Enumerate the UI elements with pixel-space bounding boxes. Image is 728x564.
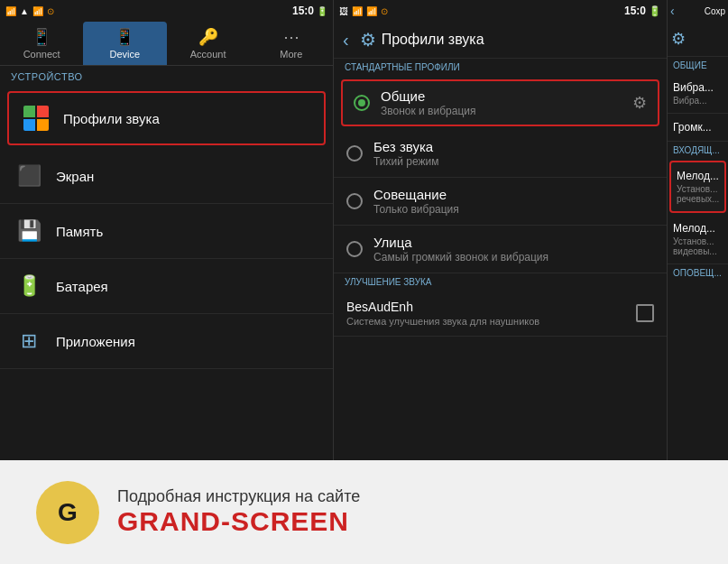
connect-icon: 📱 xyxy=(32,27,51,47)
p3-volume-name: Громк... xyxy=(673,121,723,134)
profile-meeting[interactable]: Совещание Только вибрация xyxy=(334,178,667,226)
tab-connect[interactable]: 📱 Connect xyxy=(0,22,83,65)
tab-account[interactable]: 🔑 Account xyxy=(167,22,250,65)
tab-device-label: Device xyxy=(110,49,141,60)
p3-general-label: ОБЩИЕ xyxy=(668,57,728,74)
p3-vibration-desc: Вибра... xyxy=(673,96,723,106)
profile-outdoor[interactable]: Улица Самый громкий звонок и вибрация xyxy=(334,226,667,273)
status-time-1: 15:0 xyxy=(292,5,314,17)
menu-sound-profiles[interactable]: Профили звука xyxy=(7,91,326,145)
data-icon: ⊙ xyxy=(47,6,54,16)
enhance-besaudenh-checkbox[interactable] xyxy=(636,304,654,322)
tab-more-label: More xyxy=(280,49,302,60)
radio-general xyxy=(354,95,370,111)
profile-outdoor-content: Улица Самый громкий звонок и вибрация xyxy=(373,235,654,264)
profile-general-gear-icon[interactable]: ⚙ xyxy=(632,93,647,113)
profile-silent[interactable]: Без звука Тихий режим xyxy=(334,130,667,178)
more-icon: ⋯ xyxy=(283,27,299,47)
p3-incoming-label: ВХОДЯЩ... xyxy=(668,142,728,159)
account-icon: 🔑 xyxy=(198,27,218,47)
tab-device[interactable]: 📱 Device xyxy=(83,22,166,65)
apps-icon: ⊞ xyxy=(13,325,45,357)
battery-menu-icon: 🔋 xyxy=(13,270,45,302)
profile-meeting-desc: Только вибрация xyxy=(373,203,654,216)
grand-logo-letter: G xyxy=(58,498,78,527)
p3-melody1-name: Мелод... xyxy=(677,170,719,182)
status-time-2: 15:0 xyxy=(624,5,646,17)
status-bar-2: 🖼 📶 📶 ⊙ 15:0 🔋 xyxy=(334,0,667,22)
p3-vibration-name: Вибра... xyxy=(673,81,723,94)
p3-gear-icon: ⚙ xyxy=(671,29,686,49)
sound-profiles-label: Профили звука xyxy=(63,111,160,126)
enhance-section-label: УЛУЧШЕНИЕ ЗВУКА xyxy=(334,273,667,291)
panel-sound-profiles: 🖼 📶 📶 ⊙ 15:0 🔋 ‹ ⚙ Профили звука СТАНДАР… xyxy=(334,0,668,460)
p3-vibration[interactable]: Вибра... Вибра... xyxy=(668,74,728,114)
profile-general-name: Общие xyxy=(381,88,632,104)
p2-wifi2-icon: 📶 xyxy=(366,6,377,16)
enhance-besaudenh-desc: Система улучшения звука для наушников xyxy=(346,316,636,327)
tab-account-label: Account xyxy=(190,49,226,60)
p3-melody1-desc: Установ... речевых... xyxy=(677,184,719,204)
screen-icon: ⬛ xyxy=(13,160,45,192)
tab-bar-1: 📱 Connect 📱 Device 🔑 Account ⋯ More xyxy=(0,22,333,66)
device-section-label: УСТРОЙСТВО xyxy=(0,66,333,88)
status-right-icons: 15:0 🔋 xyxy=(292,5,327,17)
enhance-besaudenh[interactable]: BesAudEnh Система улучшения звука для на… xyxy=(334,291,667,337)
profile-general-content: Общие Звонок и вибрация xyxy=(381,88,632,117)
memory-icon: 💾 xyxy=(13,215,45,247)
radio-outdoor xyxy=(346,241,363,257)
bottom-banner: G Подробная инструкция на сайте GRAND-SC… xyxy=(0,460,728,564)
header-gear-icon: ⚙ xyxy=(360,29,376,51)
radio-silent xyxy=(346,145,363,162)
p3-back-icon: ‹ xyxy=(670,4,675,18)
screen-label: Экран xyxy=(56,169,94,184)
p2-signal-icon: 📶 xyxy=(352,6,363,16)
p3-notif-label: ОПОВЕЩ... xyxy=(668,264,728,282)
profile-general-desc: Звонок и вибрация xyxy=(381,105,632,117)
tab-more[interactable]: ⋯ More xyxy=(250,22,333,65)
profile-outdoor-name: Улица xyxy=(373,235,654,250)
status-bar-1: 📶 ▲ 📶 ⊙ 15:0 🔋 xyxy=(0,0,333,22)
p3-volume[interactable]: Громк... xyxy=(668,114,728,142)
panel3-header: ⚙ xyxy=(668,22,728,57)
banner-title-part2: SCREEN xyxy=(231,506,349,536)
banner-text-block: Подробная инструкция на сайте GRAND-SCRE… xyxy=(117,487,360,537)
p3-melody1[interactable]: Мелод... Установ... речевых... xyxy=(669,161,726,213)
wifi-icon: ▲ xyxy=(20,6,29,16)
status-bar-3: ‹ Сохр xyxy=(668,0,728,22)
device-icon: 📱 xyxy=(115,27,134,47)
standard-profiles-label: СТАНДАРТНЫЕ ПРОФИЛИ xyxy=(334,59,667,76)
p2-img-icon: 🖼 xyxy=(339,6,348,16)
panel-general-settings: ‹ Сохр ⚙ ОБЩИЕ Вибра... Вибра... Громк..… xyxy=(668,0,728,460)
signal-icon: 📶 xyxy=(32,6,43,16)
radio-meeting xyxy=(346,193,363,209)
menu-memory[interactable]: 💾 Память xyxy=(0,204,333,259)
p3-save-label: Сохр xyxy=(705,6,725,16)
enhance-besaudenh-content: BesAudEnh Система улучшения звука для на… xyxy=(346,300,636,327)
p2-status-left: 🖼 📶 📶 ⊙ xyxy=(339,6,388,16)
p2-status-right: 15:0 🔋 xyxy=(624,5,661,17)
profile-general[interactable]: Общие Звонок и вибрация ⚙ xyxy=(341,79,659,126)
sound-profile-icon xyxy=(20,102,52,134)
battery-icon: 🔋 xyxy=(317,6,327,16)
grand-logo: G xyxy=(36,481,99,544)
profile-silent-content: Без звука Тихий режим xyxy=(373,139,654,168)
p2-data-icon: ⊙ xyxy=(381,6,388,16)
p2-battery-icon: 🔋 xyxy=(649,5,661,17)
p3-melody2[interactable]: Мелод... Установ... видеовы... xyxy=(668,215,728,264)
banner-title-part1: GRAND- xyxy=(117,506,231,536)
p3-melody2-name: Мелод... xyxy=(673,222,723,235)
panel2-header: ‹ ⚙ Профили звука xyxy=(334,22,667,59)
sim-icon: 📶 xyxy=(5,6,16,16)
panel-device: 📶 ▲ 📶 ⊙ 15:0 🔋 📱 Connect 📱 Device 🔑 xyxy=(0,0,334,460)
enhance-besaudenh-name: BesAudEnh xyxy=(346,300,636,314)
banner-title: GRAND-SCREEN xyxy=(117,506,360,537)
menu-screen[interactable]: ⬛ Экран xyxy=(0,149,333,204)
profile-outdoor-desc: Самый громкий звонок и вибрация xyxy=(373,251,654,264)
profile-meeting-name: Совещание xyxy=(373,187,654,202)
back-arrow-icon[interactable]: ‹ xyxy=(343,30,349,51)
menu-battery[interactable]: 🔋 Батарея xyxy=(0,259,333,314)
profile-silent-desc: Тихий режим xyxy=(373,155,654,168)
banner-subtitle: Подробная инструкция на сайте xyxy=(117,487,360,506)
menu-apps[interactable]: ⊞ Приложения xyxy=(0,314,333,369)
